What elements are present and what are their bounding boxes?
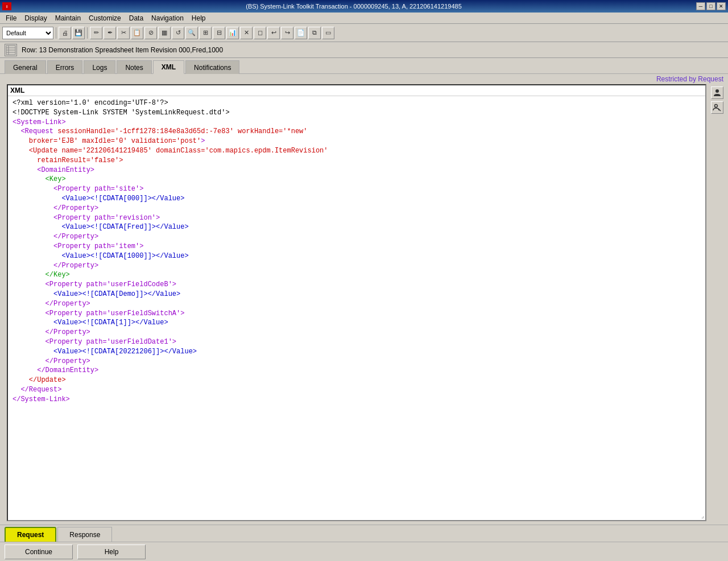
minimize-button[interactable]: ─ <box>696 2 705 10</box>
menu-navigation[interactable]: Navigation <box>148 13 187 23</box>
bottom-tabs: Request Response <box>0 525 728 542</box>
menu-data[interactable]: Data <box>126 13 147 23</box>
tb-undo-btn[interactable]: ↩ <box>267 27 280 39</box>
side-icons <box>710 84 725 521</box>
close-button[interactable]: ✕ <box>717 2 726 10</box>
tab-logs[interactable]: Logs <box>84 60 115 74</box>
tb-save-btn[interactable]: 💾 <box>72 27 85 39</box>
tb-print-btn[interactable]: 🖨 <box>59 27 71 39</box>
app-icon: i <box>2 2 11 10</box>
bottom-tab-request[interactable]: Request <box>5 527 56 542</box>
tb-expand-btn[interactable]: ⊞ <box>199 27 212 39</box>
menu-maintain[interactable]: Maintain <box>52 13 84 23</box>
toolbar-sep-2 <box>87 27 88 39</box>
search-person-icon-btn[interactable] <box>711 101 723 114</box>
tab-notifications[interactable]: Notifications <box>185 60 239 74</box>
tb-search-btn[interactable]: 🔍 <box>185 27 198 39</box>
xml-panel-title: XML <box>8 85 705 96</box>
menu-file[interactable]: File <box>2 13 20 23</box>
menu-display[interactable]: Display <box>21 13 50 23</box>
tb-chart-btn[interactable]: 📊 <box>226 27 239 39</box>
window-title: (BS) System-Link Toolkit Transaction - 0… <box>11 3 696 10</box>
restricted-label: Restricted by Request <box>0 74 728 84</box>
continue-button[interactable]: Continue <box>5 544 73 559</box>
menu-help[interactable]: Help <box>188 13 209 23</box>
tb-cut-btn[interactable]: ✂ <box>117 27 130 39</box>
tb-edit-btn[interactable]: ✏ <box>90 27 102 39</box>
tab-notes[interactable]: Notes <box>117 60 151 74</box>
svg-point-5 <box>715 89 719 93</box>
menu-bar: File Display Maintain Customize Data Nav… <box>0 13 728 24</box>
toolbar: Default 🖨 💾 ✏ ✒ ✂ 📋 ⊘ ▦ ↺ 🔍 ⊞ ⊟ 📊 ✕ ◻ ↩ … <box>0 24 728 42</box>
xml-content[interactable]: <?xml version='1.0' encoding='UTF-8'?> <… <box>8 96 705 520</box>
tb-grid-btn[interactable]: ▦ <box>158 27 171 39</box>
tb-window2-btn[interactable]: ▭ <box>322 27 334 39</box>
tb-filter-btn[interactable]: ⊘ <box>144 27 157 39</box>
help-button[interactable]: Help <box>77 544 146 559</box>
menu-customize[interactable]: Customize <box>85 13 125 23</box>
resize-indicator: ⌟ <box>701 513 704 519</box>
tb-copy2-btn[interactable]: ⧉ <box>308 27 321 39</box>
tb-copy-btn[interactable]: 📋 <box>131 27 143 39</box>
toolbar-sep-1 <box>56 27 56 39</box>
title-bar-controls: ─ □ ✕ <box>696 2 726 10</box>
bottom-tab-response[interactable]: Response <box>57 527 112 542</box>
svg-point-6 <box>715 105 718 108</box>
row-info-text: Row: 13 Demonstration Spreadsheet Item R… <box>22 46 223 54</box>
bottom-buttons: Continue Help <box>0 542 728 561</box>
title-bar: i (BS) System-Link Toolkit Transaction -… <box>0 0 728 13</box>
row-info-bar: Row: 13 Demonstration Spreadsheet Item R… <box>0 42 728 58</box>
tb-pencil-btn[interactable]: ✒ <box>104 27 116 39</box>
tab-general[interactable]: General <box>5 60 46 74</box>
tb-collapse-btn[interactable]: ⊟ <box>213 27 225 39</box>
xml-panel: XML <?xml version='1.0' encoding='UTF-8'… <box>7 84 706 521</box>
toolbar-dropdown[interactable]: Default <box>2 27 53 39</box>
title-bar-left: i <box>2 2 11 10</box>
person-icon-btn[interactable] <box>711 86 723 99</box>
tabs-bar: General Errors Logs Notes XML Notificati… <box>0 58 728 74</box>
tb-window-btn[interactable]: ◻ <box>254 27 266 39</box>
tb-close-btn[interactable]: ✕ <box>240 27 253 39</box>
tb-clipboard-btn[interactable]: 📄 <box>295 27 307 39</box>
maximize-button[interactable]: □ <box>706 2 715 10</box>
row-info-icon <box>5 44 17 56</box>
tab-errors[interactable]: Errors <box>47 60 83 74</box>
tb-redo-btn[interactable]: ↪ <box>281 27 293 39</box>
xml-area-wrapper: XML <?xml version='1.0' encoding='UTF-8'… <box>3 84 725 521</box>
tab-xml[interactable]: XML <box>153 60 184 74</box>
content-wrapper: Restricted by Request XML <?xml version=… <box>0 74 728 561</box>
tb-refresh-btn[interactable]: ↺ <box>172 27 184 39</box>
